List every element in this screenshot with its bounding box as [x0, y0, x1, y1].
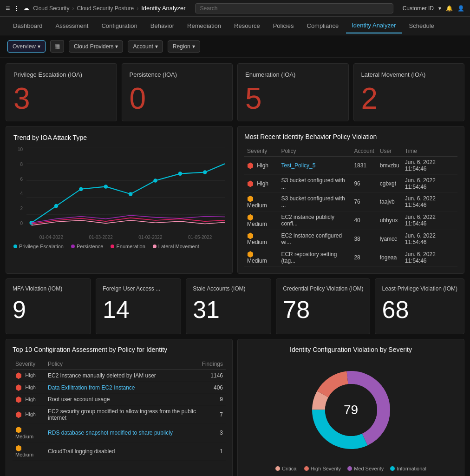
svg-point-9 — [104, 185, 108, 189]
config-policy-cell: CloudTrail logging disabled — [45, 442, 199, 461]
donut-chart-card: Identity Configuration Violation by Seve… — [237, 339, 464, 476]
violation-user-cell: cgbxgt — [377, 175, 402, 193]
donut-chart-container: 79 — [309, 368, 393, 452]
config-severity-icon — [15, 384, 22, 391]
severity-hex-icon — [247, 180, 254, 187]
grid-view-button[interactable]: ▦ — [50, 40, 64, 53]
violation-time-cell: Jun. 6, 2022 11:54:46 — [402, 211, 457, 230]
persistence-card[interactable]: Persistence (IOA) 0 — [122, 63, 233, 121]
config-severity-icon — [15, 411, 22, 418]
legend-privilege-escalation: Privilege Escalation — [13, 244, 64, 249]
svg-point-13 — [203, 170, 207, 174]
violation-user-cell: bmvzbu — [377, 157, 402, 175]
nav-dashboard[interactable]: Dashboard — [7, 19, 48, 33]
violation-account-cell: 76 — [351, 193, 377, 212]
foreign-user-access-card[interactable]: Foreign User Access ... 14 — [96, 278, 181, 334]
breadcrumb-cloud-security[interactable]: Cloud Security — [33, 5, 69, 12]
credential-policy-value: 78 — [283, 297, 363, 323]
config-severity-label: Medium — [15, 434, 33, 439]
violation-account-cell: 40 — [351, 211, 377, 230]
violations-row[interactable]: High S3 bucket configured with ... 96 cg… — [244, 175, 457, 193]
trend-chart-title: Trend by IOA Attack Type — [13, 134, 225, 141]
breadcrumb-posture[interactable]: Cloud Security Posture — [77, 5, 134, 12]
overview-button[interactable]: Overview ▾ — [7, 40, 46, 53]
nav-behavior[interactable]: Behavior — [145, 19, 180, 33]
violation-policy-cell: S3 bucket configured with ... — [278, 193, 351, 212]
violations-row[interactable]: Medium ECR repository setting (tag... 28… — [244, 248, 457, 267]
legend-informational: Informational — [390, 466, 426, 471]
config-severity-icon — [15, 427, 22, 433]
donut-chart-title: Identity Configuration Violation by Seve… — [290, 346, 412, 353]
nav-policies[interactable]: Policies — [268, 19, 300, 33]
least-privilege-card[interactable]: Least-Privilege Violation (IOM) 68 — [375, 278, 464, 334]
config-row[interactable]: High Data Exfiltration from EC2 Instance… — [13, 382, 226, 394]
config-row[interactable]: Medium CloudTrail logging disabled 1 — [13, 442, 226, 461]
config-findings-cell: 406 — [199, 382, 226, 394]
config-row[interactable]: High EC2 instance manually deleted by IA… — [13, 370, 226, 382]
violation-time-cell: Jun. 6, 2022 11:54:46 — [402, 248, 457, 267]
violations-row[interactable]: Medium S3 bucket configured with ... 76 … — [244, 193, 457, 212]
persistence-title: Persistence (IOA) — [130, 71, 225, 78]
nav-compliance[interactable]: Compliance — [301, 19, 345, 33]
enumeration-card[interactable]: Enumeration (IOA) 5 — [237, 63, 349, 121]
account-button[interactable]: Account ▾ — [128, 40, 163, 53]
config-severity-cell: High — [13, 405, 45, 423]
main-content: Privilege Escalation (IOA) 3 Persistence… — [0, 58, 470, 476]
violations-header-user: User — [377, 146, 402, 157]
nav-schedule[interactable]: Schedule — [404, 19, 440, 33]
config-row[interactable]: Medium RDS database snapshot modified to… — [13, 423, 226, 442]
policy-text: ECR repository setting (tag... — [281, 251, 337, 264]
breadcrumb-identity: Identity Analyzer — [141, 5, 185, 12]
config-policy-link[interactable]: RDS database snapshot modified to share … — [48, 430, 173, 436]
violations-header-severity: Severity — [244, 146, 278, 157]
filter-bar: Overview ▾ ▦ Cloud Providers ▾ Account ▾… — [0, 35, 470, 58]
policy-text: S3 bucket configured with ... — [281, 195, 345, 208]
config-severity-cell: Medium — [13, 442, 45, 461]
notifications-icon[interactable]: 🔔 — [446, 5, 453, 12]
dots-icon: ⋮ — [13, 5, 20, 12]
nav-configuration[interactable]: Configuration — [96, 19, 143, 33]
violations-row[interactable]: High Test_Policy_5 1831 bmvzbu Jun. 6, 2… — [244, 157, 457, 175]
bottom-row: Top 10 Configiration Assessment by Polic… — [6, 339, 464, 476]
chevron-icon: ▾ — [38, 43, 40, 50]
config-row[interactable]: High EC2 security group modified to allo… — [13, 405, 226, 423]
config-policy-link[interactable]: Data Exfiltration from EC2 Instance — [48, 384, 135, 391]
policy-link[interactable]: Test_Policy_5 — [281, 162, 315, 169]
violations-header-account: Account — [351, 146, 377, 157]
violation-severity-cell: Medium — [244, 230, 278, 248]
search-input[interactable] — [195, 3, 393, 13]
legend-high-severity: High Severity — [304, 466, 341, 471]
nav-resource[interactable]: Resource — [228, 19, 266, 33]
user-icon[interactable]: 👤 — [457, 5, 464, 12]
cloud-providers-label: Cloud Providers — [74, 43, 113, 50]
config-row[interactable]: High Root user account usage 9 — [13, 393, 226, 405]
breadcrumb-sep1: › — [72, 5, 74, 12]
nav-identity-analyzer[interactable]: Identity Analyzer — [346, 18, 401, 33]
hamburger-icon[interactable]: ≡ — [6, 4, 10, 13]
violation-user-cell: fogeaa — [377, 248, 402, 267]
lateral-movement-card[interactable]: Lateral Movement (IOA) 2 — [353, 63, 465, 121]
config-header-findings: Findings — [199, 359, 226, 370]
legend-persistence: Persistence — [71, 244, 103, 249]
policy-text: EC2 instance publicly confi... — [281, 214, 334, 227]
nav-remediation[interactable]: Remediation — [182, 19, 227, 33]
region-button[interactable]: Region ▾ — [168, 40, 200, 53]
config-findings-cell: 3 — [199, 423, 226, 442]
severity-hex-icon — [247, 196, 254, 202]
config-severity-label: High — [25, 384, 36, 390]
violations-row[interactable]: Medium EC2 instance publicly confi... 40… — [244, 211, 457, 230]
mfa-violation-card[interactable]: MFA Violation (IOM) 9 — [6, 278, 91, 334]
credential-policy-card[interactable]: Credential Policy Violation (IOM) 78 — [276, 278, 370, 334]
stale-accounts-card[interactable]: Stale Accounts (IOM) 31 — [186, 278, 271, 334]
legend-dot-persistence — [71, 245, 75, 248]
severity-label: Medium — [247, 258, 267, 264]
nav-assessment[interactable]: Assessment — [50, 19, 94, 33]
cloud-providers-button[interactable]: Cloud Providers ▾ — [69, 40, 123, 53]
violation-time-cell: Jun. 6, 2022 11:54:46 — [402, 193, 457, 212]
privilege-escalation-card[interactable]: Privilege Escalation (IOA) 3 — [6, 63, 117, 121]
config-assessment-card: Top 10 Configiration Assessment by Polic… — [6, 339, 233, 476]
svg-point-10 — [129, 192, 133, 196]
least-privilege-title: Least-Privilege Violation (IOM) — [382, 285, 457, 292]
customer-id-label[interactable]: Customer ID — [403, 5, 434, 12]
violations-row[interactable]: Medium EC2 instance configured wi... 38 … — [244, 230, 457, 248]
